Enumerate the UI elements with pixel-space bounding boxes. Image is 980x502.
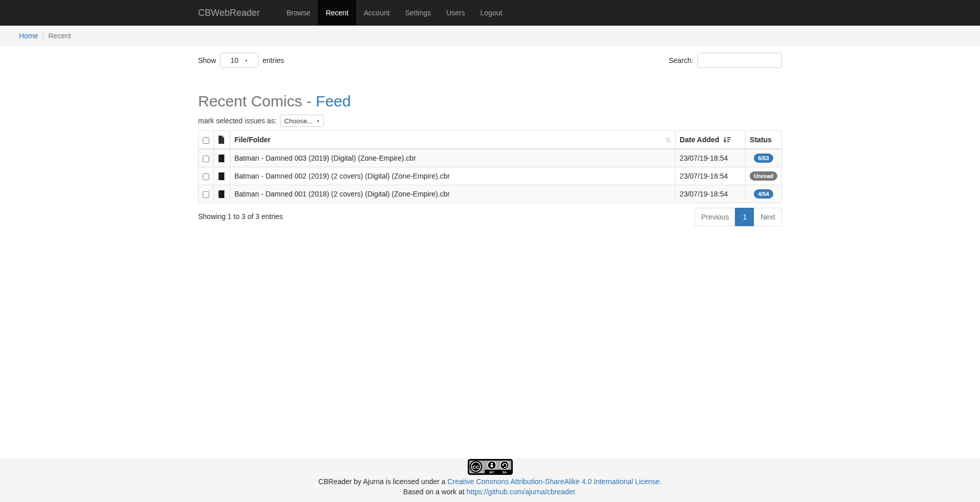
row-checkbox[interactable] — [203, 191, 209, 198]
pagination-next[interactable]: Next — [754, 208, 782, 226]
page-length-control: Show 10 ▼ entries — [198, 53, 284, 68]
navbar: CBWebReader Browse Recent Account Settin… — [0, 0, 980, 26]
row-checkbox[interactable] — [203, 156, 209, 162]
nav-item-settings[interactable]: Settings — [397, 0, 439, 25]
chevron-down-icon: ▼ — [316, 119, 320, 123]
cc-by-text: BY — [489, 471, 493, 474]
table-row: Batman - Damned 001 (2018) (2 covers) (D… — [199, 185, 782, 203]
comics-table: File/Folder ⇅ Date Added Status — [198, 130, 782, 203]
table-info: Showing 1 to 3 of 3 entries — [198, 212, 283, 221]
source-line: Based on a work at https://github.com/aj… — [0, 487, 980, 497]
nav-item-logout[interactable]: Logout — [473, 0, 510, 25]
nav-item-account[interactable]: Account — [356, 0, 398, 25]
status-header-label: Status — [750, 136, 772, 144]
file-name[interactable]: Batman - Damned 002 (2019) (2 covers) (D… — [230, 167, 676, 185]
cc-sa-text: SA — [502, 471, 507, 474]
nav-item-users[interactable]: Users — [439, 0, 473, 25]
file-name[interactable]: Batman - Damned 003 (2019) (Digital) (Zo… — [230, 149, 676, 167]
pagination-page-1[interactable]: 1 — [735, 208, 754, 226]
status-badge: Unread — [750, 171, 777, 181]
file-folder-header-label: File/Folder — [234, 136, 271, 144]
table-row: Batman - Damned 002 (2019) (2 covers) (D… — [199, 167, 782, 185]
main-content: Show 10 ▼ entries Search: Recent Comics … — [198, 46, 782, 458]
date-added: 23/07/19-18:54 — [676, 167, 746, 185]
mark-issues-control: mark selected issues as: Choose... ▼ — [198, 115, 782, 127]
pagination-previous[interactable]: Previous — [694, 208, 735, 226]
github-link[interactable]: https://github.com/ajurna/cbreader. — [467, 488, 577, 496]
search-input[interactable] — [698, 53, 782, 68]
page-length-select[interactable]: 10 ▼ — [220, 53, 258, 68]
feed-link[interactable]: Feed — [316, 93, 351, 110]
cc-logo-text: CC — [472, 464, 480, 470]
license-link[interactable]: Creative Commons Attribution-ShareAlike … — [447, 477, 662, 486]
search-control: Search: — [669, 53, 782, 68]
breadcrumb: Home/Recent — [0, 26, 980, 46]
date-added: 23/07/19-18:54 — [676, 149, 746, 167]
navbar-brand[interactable]: CBWebReader — [198, 0, 268, 25]
search-label: Search: — [669, 56, 693, 64]
file-type-column-header — [214, 131, 230, 149]
footer: CC BY SA CBReader by Ajurna is licensed … — [0, 458, 980, 502]
file-icon — [218, 136, 226, 144]
nav-item-recent[interactable]: Recent — [318, 0, 356, 25]
status-badge: 6/53 — [754, 154, 773, 163]
mark-issues-select[interactable]: Choose... ▼ — [280, 115, 324, 127]
page-length-value: 10 — [230, 56, 238, 64]
navbar-links: Browse Recent Account Settings Users Log… — [279, 0, 510, 25]
source-line-text: Based on a work at — [403, 488, 467, 496]
book-icon — [218, 154, 226, 163]
status-badge: 4/54 — [754, 189, 773, 199]
breadcrumb-separator: / — [42, 32, 44, 40]
page-title-text: Recent Comics - — [198, 93, 316, 110]
table-header-row: File/Folder ⇅ Date Added Status — [199, 131, 782, 149]
book-icon — [218, 190, 226, 199]
show-label: Show — [198, 56, 216, 64]
sort-descending-icon — [723, 137, 731, 143]
book-icon — [218, 172, 226, 181]
mark-issues-value: Choose... — [284, 117, 313, 125]
cc-by-sa-badge[interactable]: CC BY SA — [468, 459, 513, 475]
row-checkbox[interactable] — [203, 173, 209, 180]
file-name[interactable]: Batman - Damned 001 (2018) (2 covers) (D… — [230, 185, 676, 203]
entries-label: entries — [263, 56, 284, 64]
nav-item-browse[interactable]: Browse — [279, 0, 318, 25]
date-added: 23/07/19-18:54 — [676, 185, 746, 203]
chevron-down-icon: ▼ — [245, 59, 248, 62]
breadcrumb-current: Recent — [48, 32, 71, 40]
column-header-file-folder[interactable]: File/Folder ⇅ — [230, 131, 676, 149]
page-title: Recent Comics - Feed — [198, 93, 782, 110]
license-line: CBReader by Ajurna is licensed under a C… — [0, 476, 980, 487]
breadcrumb-home-link[interactable]: Home — [19, 32, 38, 40]
sort-icon: ⇅ — [665, 136, 671, 144]
table-row: Batman - Damned 003 (2019) (Digital) (Zo… — [199, 149, 782, 167]
date-added-header-label: Date Added — [680, 136, 719, 144]
license-line-text: CBReader by Ajurna is licensed under a — [318, 477, 447, 486]
column-header-status: Status — [746, 131, 782, 149]
mark-issues-label: mark selected issues as: — [198, 117, 276, 125]
column-header-date-added[interactable]: Date Added — [676, 131, 746, 149]
select-all-checkbox[interactable] — [203, 137, 209, 144]
pagination: Previous 1 Next — [694, 208, 782, 226]
